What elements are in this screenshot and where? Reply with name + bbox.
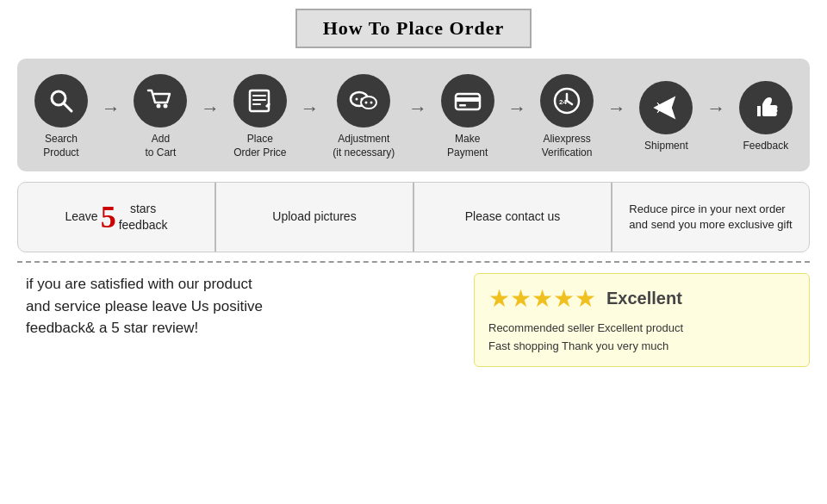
review-line1: Recommended seller Excellent product	[488, 320, 795, 338]
arrow-2: →	[201, 97, 220, 137]
step-feedback: Feedback	[739, 81, 793, 153]
svg-text:24: 24	[559, 98, 567, 106]
contact-cell: Please contact us	[414, 183, 612, 252]
step-payment-label: MakePayment	[447, 133, 488, 159]
clock24-icon: 24	[540, 74, 594, 128]
step-verification-label: AliexpressVerification	[542, 133, 593, 159]
step-adjustment: Adjustment(it necessary)	[333, 74, 395, 159]
arrow-5: →	[507, 97, 526, 137]
plane-icon	[639, 81, 693, 134]
arrow-4: →	[408, 97, 427, 137]
arrow-1: →	[102, 97, 121, 137]
svg-point-2	[157, 104, 161, 109]
search-icon	[34, 74, 88, 128]
page-title: How To Place Order	[295, 9, 532, 48]
step-order-label: PlaceOrder Price	[233, 133, 286, 159]
step-search: SearchProduct	[34, 74, 88, 159]
svg-point-8	[361, 98, 364, 101]
arrow-7: →	[706, 97, 725, 137]
step-search-label: SearchProduct	[43, 133, 78, 159]
svg-point-10	[370, 102, 373, 104]
feedback-row: Leave 5 starsfeedback Upload pictures Pl…	[18, 183, 809, 252]
step-payment: MakePayment	[441, 74, 494, 159]
contact-label: Please contact us	[465, 208, 561, 226]
step-cart-label: Addto Cart	[145, 133, 176, 159]
upload-cell: Upload pictures	[216, 183, 414, 252]
edit-icon	[233, 74, 287, 128]
arrow-6: →	[607, 97, 626, 137]
svg-rect-12	[456, 97, 480, 102]
reduce-label: Reduce pirce in your next orderand send …	[629, 202, 792, 233]
reduce-cell: Reduce pirce in your next orderand send …	[612, 183, 809, 252]
step-verification: 24 AliexpressVerification	[540, 74, 594, 159]
steps-section: SearchProduct → Addto Cart →	[17, 59, 810, 171]
step-shipment: Shipment	[639, 81, 693, 153]
step-adjustment-label: Adjustment(it necessary)	[333, 133, 395, 159]
svg-point-6	[361, 96, 376, 109]
upload-label: Upload pictures	[272, 208, 356, 226]
rating-row: ★★★★★ Excellent	[488, 284, 795, 313]
steps-row: SearchProduct → Addto Cart →	[34, 74, 793, 159]
svg-rect-13	[459, 104, 466, 107]
step-shipment-label: Shipment	[644, 140, 688, 153]
svg-point-9	[365, 102, 368, 104]
star-5-number: 5	[101, 196, 116, 239]
feedback-section: Leave 5 starsfeedback Upload pictures Pl…	[17, 182, 810, 252]
arrow-3: →	[301, 97, 320, 137]
card-icon	[441, 74, 494, 128]
svg-point-7	[356, 98, 358, 101]
excellent-label: Excellent	[606, 289, 682, 308]
title-section: How To Place Order	[17, 9, 810, 48]
step-feedback-label: Feedback	[743, 140, 789, 153]
review-line2: Fast shopping Thank you very much	[488, 338, 795, 356]
thumbsup-icon	[739, 81, 793, 134]
svg-line-1	[64, 103, 72, 111]
bottom-left-text: if you are satisfied with our product an…	[17, 273, 457, 339]
page-wrapper: How To Place Order SearchProduct →	[0, 0, 827, 376]
review-box: ★★★★★ Excellent Recommended seller Excel…	[474, 273, 810, 367]
step-cart: Addto Cart	[134, 74, 187, 159]
cart-icon	[134, 74, 187, 128]
star-display: ★★★★★	[488, 284, 596, 313]
step-order: PlaceOrder Price	[233, 74, 287, 159]
wechat-icon	[337, 74, 390, 128]
leave-stars-cell: Leave 5 starsfeedback	[18, 183, 216, 252]
bottom-section: if you are satisfied with our product an…	[17, 261, 810, 367]
svg-point-3	[164, 104, 168, 109]
svg-line-16	[567, 101, 572, 104]
